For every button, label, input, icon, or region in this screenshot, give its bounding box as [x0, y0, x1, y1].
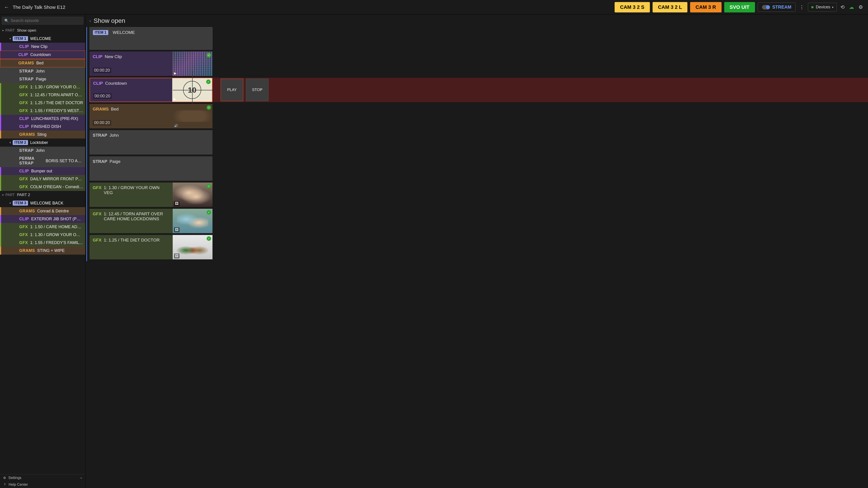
part-row[interactable]: ▾PARTPART 2	[0, 191, 85, 199]
rundown-card-gfx[interactable]: GFX1: 1.25 / THE DIET DOCTOR✓🖼	[90, 235, 213, 259]
leaf-type: GRAMS	[19, 248, 35, 253]
gear-icon: ⚙	[3, 476, 6, 480]
leaf-gfx[interactable]: GFX1: 1.30 / GROW YOUR OWN VEG	[0, 83, 85, 91]
part-row[interactable]: ▾PARTShow open	[0, 26, 85, 35]
leaf-gfx[interactable]: GFX1: 1.30 / GROW YOUR OWN VEG	[0, 231, 85, 239]
cam-button-3[interactable]: CAM 3 R	[690, 2, 721, 12]
caret-down-icon[interactable]: ▾	[9, 141, 11, 144]
play-icon[interactable]: ▶	[174, 71, 177, 75]
leaf-gfx[interactable]: GFX1: 1.55 / FREDDY'S WEST AFRICAN S…	[0, 107, 85, 115]
leaf-strap[interactable]: STRAPJohn	[0, 67, 85, 75]
settings-link[interactable]: ⚙ Settings ▸	[0, 475, 85, 481]
card-title: 1: 1.25 / THE DIET DOCTOR	[104, 238, 160, 242]
leaf-type: STRAP	[19, 148, 34, 153]
search-icon: 🔍	[4, 19, 9, 23]
rundown-card-grams[interactable]: GRAMSBed00:00:20✓🔊	[90, 104, 213, 128]
rundown-card-strap[interactable]: STRAPJohn	[90, 130, 213, 155]
leaf-clip[interactable]: CLIPCountdown	[0, 51, 85, 59]
cam-button-2[interactable]: CAM 3 2 L	[653, 2, 687, 12]
caret-down-icon[interactable]: ▾	[9, 37, 11, 40]
item-badge: ITEM 1	[93, 30, 108, 35]
leaf-type: GRAMS	[18, 61, 34, 66]
leaf-strap[interactable]: STRAPPaige	[0, 75, 85, 83]
leaf-name: 1: 12.45 / TORN APART OVER CARE…	[30, 93, 84, 97]
sound-icon[interactable]: 🔊	[174, 124, 178, 127]
rundown-card-gfx[interactable]: GFX1: 1.30 / GROW YOUR OWN VEG✓🖼	[90, 183, 213, 207]
card-type: GFX	[93, 212, 101, 217]
svo-button[interactable]: SVO UIT	[724, 2, 755, 12]
leaf-grams[interactable]: GRAMSConrad & Deirdre	[0, 207, 85, 215]
leaf-strap[interactable]: STRAPJohn	[0, 147, 85, 155]
rundown-card-gfx[interactable]: GFX1: 12.45 / TORN APART OVER CARE HOME …	[90, 209, 213, 233]
leaf-gfx[interactable]: GFXDAILY MIRROR FRONT PAGE	[0, 175, 85, 183]
search-box[interactable]: 🔍	[2, 17, 84, 25]
leaf-type: GRAMS	[19, 209, 35, 214]
item-row[interactable]: ▾ITEM 2Locktober	[0, 138, 85, 147]
stop-button[interactable]: STOP	[246, 78, 269, 101]
devices-dropdown[interactable]: Devices ▾	[808, 3, 837, 11]
leaf-gfx[interactable]: GFX1: 1.50 / CARE HOME ADVICE	[0, 223, 85, 231]
leaf-clip[interactable]: CLIPFINISHED DISH	[0, 123, 85, 131]
leaf-grams[interactable]: GRAMSSting	[0, 131, 85, 138]
card-type: STRAP	[93, 133, 107, 138]
leaf-grams[interactable]: GRAMSSTING + WIPE	[0, 247, 85, 255]
rundown-panel: ‹ Show open ITEM 1WELCOMECLIPNew Clip00:…	[86, 14, 868, 488]
rundown-card-clip[interactable]: CLIPNew Clip00:00:20✓▶	[90, 52, 213, 76]
check-icon: ✓	[206, 79, 211, 84]
leaf-gfx[interactable]: GFX1: 1.55 / FREDDY'S FAMILY STEW	[0, 239, 85, 247]
item-row[interactable]: ▾ITEM 1WELCOME	[0, 35, 85, 43]
leaf-name: FINISHED DISH	[31, 124, 61, 129]
leaf-clip[interactable]: CLIPEXTERIOR JIB SHOT (PRE REC)	[0, 215, 85, 223]
caret-down-icon[interactable]: ▾	[2, 193, 4, 197]
caret-down-icon[interactable]: ▾	[9, 201, 11, 205]
leaf-type: CLIP	[19, 44, 29, 49]
chevron-down-icon: ▾	[832, 6, 833, 9]
leaf-clip[interactable]: CLIPNew Clip	[0, 43, 85, 51]
settings-label: Settings	[8, 476, 22, 480]
item-badge: ITEM 3	[13, 201, 28, 205]
play-button[interactable]: PLAY	[221, 78, 243, 101]
leaf-gfx[interactable]: GFX1: 1.25 / THE DIET DOCTOR	[0, 99, 85, 107]
rundown-card-clip[interactable]: CLIPCountdown00:00:2010✓▶	[90, 78, 213, 102]
leaf-name: 1: 1.50 / CARE HOME ADVICE	[30, 225, 84, 229]
card-title: 1: 12.45 / TORN APART OVER CARE HOME LOC…	[104, 212, 169, 221]
leaf-clip[interactable]: CLIPBumper out	[0, 167, 85, 175]
leaf-type: GRAMS	[19, 132, 35, 137]
leaf-grams[interactable]: GRAMSBed	[0, 59, 85, 67]
more-icon[interactable]: ⋮	[797, 4, 807, 10]
refresh-icon[interactable]: ⟲	[838, 4, 847, 10]
stream-toggle[interactable]: STREAM	[758, 2, 796, 12]
item-header-card[interactable]: ITEM 1WELCOME	[90, 27, 213, 50]
help-link[interactable]: ？ Help Center	[0, 481, 85, 488]
leaf-perma-strap[interactable]: PERMA STRAPBORIS SET TO ANNOU…	[0, 155, 85, 167]
cloud-icon[interactable]: ☁	[847, 4, 856, 10]
gear-icon[interactable]: ⚙	[856, 4, 865, 10]
card-time: 00:00:20	[93, 120, 111, 126]
toggle-switch-icon[interactable]	[762, 5, 770, 9]
collapse-chevron-icon[interactable]: ‹	[90, 19, 91, 23]
thumbnail: ✓🖼	[173, 235, 213, 259]
thumbnail: ✓🖼	[173, 183, 213, 207]
rundown-tree: ▾PARTShow open▾ITEM 1WELCOMECLIPNew Clip…	[0, 26, 85, 474]
back-arrow-icon[interactable]: ←	[3, 3, 10, 11]
devices-label: Devices	[816, 5, 830, 9]
cam-button-1[interactable]: CAM 3 2 S	[615, 2, 650, 12]
thumbnail: ✓🔊	[173, 104, 213, 128]
leaf-type: CLIP	[19, 217, 29, 221]
card-type: CLIP	[93, 54, 102, 59]
card-title: Countdown	[105, 81, 127, 86]
leaf-gfx[interactable]: GFX1: 12.45 / TORN APART OVER CARE…	[0, 91, 85, 99]
caret-down-icon[interactable]: ▾	[2, 29, 4, 32]
leaf-gfx[interactable]: GFXCOLM O'REGAN - Comedian/actor	[0, 183, 85, 191]
card-type: GFX	[93, 185, 101, 190]
rundown-card-strap[interactable]: STRAPPaige	[90, 156, 213, 181]
leaf-clip[interactable]: CLIPLUNCHMATES (PRE-RX)	[0, 115, 85, 123]
leaf-name: EXTERIOR JIB SHOT (PRE REC)	[31, 217, 84, 221]
item-row[interactable]: ▾ITEM 3WELCOME BACK	[0, 199, 85, 207]
card-type: GFX	[93, 238, 101, 242]
search-input[interactable]	[11, 18, 81, 23]
card-row: GFX1: 1.25 / THE DIET DOCTOR✓🖼	[90, 235, 868, 259]
leaf-name: John	[36, 69, 45, 74]
play-icon[interactable]: ▶	[174, 97, 176, 101]
chevron-right-icon: ▸	[81, 476, 82, 480]
